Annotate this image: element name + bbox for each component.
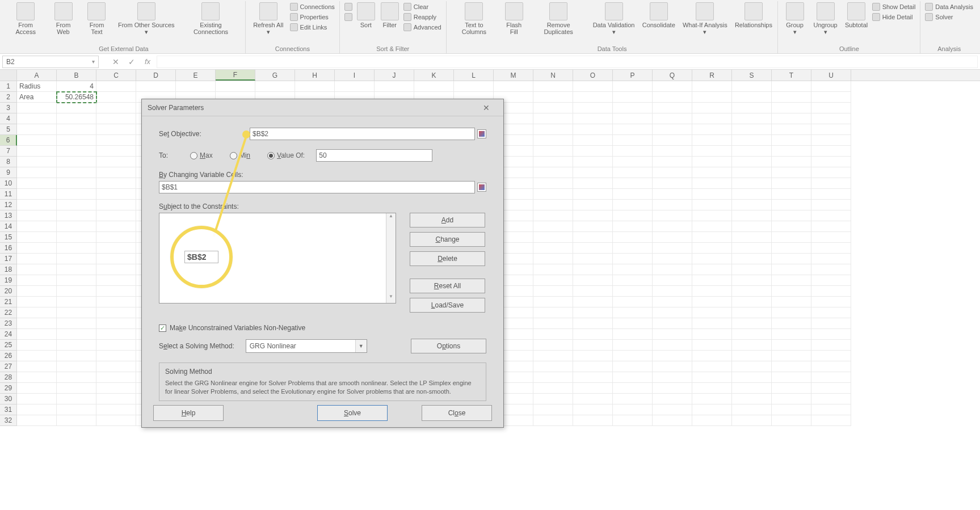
column-header[interactable]: S xyxy=(732,70,772,81)
cell[interactable] xyxy=(573,221,613,232)
cell[interactable] xyxy=(96,81,136,92)
column-header[interactable]: C xyxy=(96,70,136,81)
cell[interactable] xyxy=(573,275,613,286)
cell[interactable] xyxy=(533,415,573,426)
cell[interactable] xyxy=(613,404,653,415)
row-header[interactable]: 30 xyxy=(0,394,17,404)
cell[interactable] xyxy=(17,340,57,351)
reset-all-button[interactable]: Reset All xyxy=(410,279,485,293)
row-header[interactable]: 13 xyxy=(0,210,17,221)
cell[interactable] xyxy=(613,264,653,275)
cell[interactable] xyxy=(96,286,136,297)
cell[interactable] xyxy=(811,404,851,415)
cell[interactable] xyxy=(613,157,653,167)
cell[interactable] xyxy=(811,254,851,264)
cell[interactable] xyxy=(772,178,811,189)
cell[interactable] xyxy=(57,113,96,124)
options-button[interactable]: Options xyxy=(411,339,486,353)
cell[interactable] xyxy=(613,221,653,232)
row-header[interactable]: 14 xyxy=(0,221,17,232)
consolidate-button[interactable]: Consolidate xyxy=(640,1,677,29)
cell[interactable] xyxy=(772,103,811,113)
cell[interactable] xyxy=(57,361,96,372)
cell[interactable] xyxy=(17,264,57,275)
cell[interactable] xyxy=(96,318,136,329)
cell[interactable] xyxy=(811,307,851,318)
cell[interactable] xyxy=(96,124,136,135)
column-header[interactable]: Q xyxy=(653,70,692,81)
data-analysis-button[interactable]: Data Analysis xyxy=(924,2,974,11)
cell[interactable] xyxy=(692,394,732,404)
cell[interactable] xyxy=(17,124,57,135)
row-header[interactable]: 31 xyxy=(0,404,17,415)
existing-connections-button[interactable]: Existing Connections xyxy=(180,1,242,36)
cell[interactable] xyxy=(136,81,176,92)
column-header[interactable]: T xyxy=(772,70,811,81)
cell[interactable] xyxy=(653,124,692,135)
cell[interactable] xyxy=(17,394,57,404)
clear-button[interactable]: Clear xyxy=(402,2,443,11)
cell[interactable] xyxy=(96,135,136,146)
cell[interactable] xyxy=(57,232,96,243)
help-button[interactable]: Help xyxy=(153,405,224,421)
cell[interactable] xyxy=(732,307,772,318)
cell[interactable] xyxy=(732,383,772,394)
show-detail-button[interactable]: Show Detail xyxy=(871,2,917,11)
solving-method-select[interactable]: GRG Nonlinear ▼ xyxy=(246,339,367,353)
cell[interactable] xyxy=(732,92,772,103)
cell[interactable] xyxy=(613,178,653,189)
cell[interactable] xyxy=(772,361,811,372)
cell[interactable] xyxy=(533,351,573,361)
row-header[interactable]: 15 xyxy=(0,232,17,243)
load-save-button[interactable]: Load/Save xyxy=(410,298,485,313)
cell[interactable] xyxy=(17,372,57,383)
cell[interactable] xyxy=(57,221,96,232)
cell[interactable] xyxy=(573,189,613,200)
cell[interactable] xyxy=(533,286,573,297)
cell[interactable] xyxy=(732,189,772,200)
reapply-button[interactable]: Reapply xyxy=(402,12,443,22)
cell[interactable] xyxy=(811,113,851,124)
cell[interactable] xyxy=(17,135,57,146)
cell[interactable] xyxy=(692,275,732,286)
column-header[interactable]: R xyxy=(692,70,732,81)
cell[interactable] xyxy=(96,275,136,286)
cell[interactable] xyxy=(613,297,653,307)
cell[interactable] xyxy=(613,275,653,286)
column-header[interactable]: M xyxy=(494,70,533,81)
cell[interactable] xyxy=(732,254,772,264)
cell[interactable] xyxy=(692,124,732,135)
cell[interactable] xyxy=(811,329,851,340)
cell[interactable] xyxy=(613,124,653,135)
cell[interactable] xyxy=(57,210,96,221)
cell[interactable] xyxy=(772,113,811,124)
cell[interactable] xyxy=(17,254,57,264)
cell[interactable] xyxy=(653,146,692,157)
scroll-down-icon[interactable]: ▼ xyxy=(386,294,396,303)
cell[interactable] xyxy=(533,383,573,394)
cell[interactable] xyxy=(96,394,136,404)
cell[interactable] xyxy=(811,394,851,404)
cell[interactable] xyxy=(533,254,573,264)
cell[interactable] xyxy=(613,254,653,264)
cell[interactable] xyxy=(653,113,692,124)
cell[interactable] xyxy=(772,394,811,404)
cell[interactable] xyxy=(533,394,573,404)
cell[interactable] xyxy=(57,394,96,404)
cell[interactable] xyxy=(96,329,136,340)
row-header[interactable]: 21 xyxy=(0,297,17,307)
column-header[interactable]: I xyxy=(335,70,375,81)
filter-button[interactable]: Filter xyxy=(378,1,401,29)
column-header[interactable]: D xyxy=(136,70,176,81)
cell[interactable] xyxy=(613,92,653,103)
cell[interactable] xyxy=(17,221,57,232)
by-changing-input[interactable]: $B$1 xyxy=(159,181,475,193)
cell[interactable] xyxy=(732,232,772,243)
cell[interactable] xyxy=(533,157,573,167)
cell[interactable]: 50.26548 xyxy=(57,92,96,103)
cell[interactable] xyxy=(692,329,732,340)
cell[interactable] xyxy=(772,232,811,243)
cell[interactable] xyxy=(732,318,772,329)
range-picker-icon[interactable] xyxy=(477,183,486,192)
cell[interactable] xyxy=(732,124,772,135)
